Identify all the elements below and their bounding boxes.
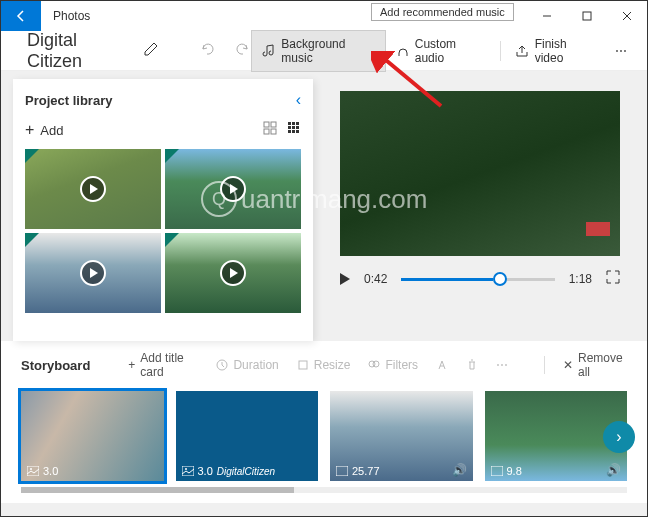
svg-rect-14 bbox=[296, 130, 299, 133]
clock-icon bbox=[216, 359, 228, 371]
text-button[interactable] bbox=[436, 359, 448, 371]
tooltip: Add recommended music bbox=[371, 3, 514, 21]
svg-rect-23 bbox=[336, 466, 348, 476]
video-icon bbox=[336, 466, 348, 476]
more-clip-button[interactable]: ⋯ bbox=[496, 358, 508, 372]
watermark: Quantrimang.com bbox=[201, 181, 427, 217]
svg-rect-9 bbox=[288, 126, 291, 129]
svg-rect-24 bbox=[491, 466, 503, 476]
svg-rect-2 bbox=[264, 122, 269, 127]
svg-point-18 bbox=[373, 361, 379, 367]
video-preview[interactable] bbox=[340, 91, 620, 256]
sound-icon: 🔊 bbox=[606, 463, 621, 477]
pointer-arrow bbox=[371, 51, 451, 111]
horizontal-scrollbar[interactable] bbox=[21, 487, 627, 493]
delete-button[interactable] bbox=[466, 359, 478, 371]
back-button[interactable] bbox=[1, 1, 41, 31]
play-button[interactable] bbox=[340, 273, 350, 285]
filters-button[interactable]: Filters bbox=[368, 358, 418, 372]
library-thumbnail[interactable] bbox=[165, 233, 301, 313]
svg-rect-13 bbox=[292, 130, 295, 133]
video-icon bbox=[491, 466, 503, 476]
image-icon bbox=[182, 466, 194, 476]
storyboard-clip[interactable]: 3.0 DigitalCitizen bbox=[176, 391, 319, 481]
redo-button[interactable] bbox=[235, 41, 251, 61]
music-icon bbox=[262, 44, 275, 58]
svg-rect-8 bbox=[296, 122, 299, 125]
resize-button[interactable]: Resize bbox=[297, 358, 351, 372]
text-icon bbox=[436, 359, 448, 371]
undo-button[interactable] bbox=[199, 41, 215, 61]
storyboard-clip[interactable]: 25.77 🔊 bbox=[330, 391, 473, 481]
svg-rect-12 bbox=[288, 130, 291, 133]
separator bbox=[500, 41, 501, 61]
resize-icon bbox=[297, 359, 309, 371]
svg-rect-3 bbox=[271, 122, 276, 127]
storyboard-title: Storyboard bbox=[21, 358, 90, 373]
more-button[interactable]: ⋯ bbox=[605, 38, 637, 64]
export-icon bbox=[515, 44, 528, 58]
grid-view-small-icon[interactable] bbox=[287, 121, 301, 139]
svg-rect-1 bbox=[583, 12, 591, 20]
svg-rect-4 bbox=[264, 129, 269, 134]
maximize-button[interactable] bbox=[567, 1, 607, 31]
timeline-slider[interactable] bbox=[401, 278, 554, 281]
edit-icon[interactable] bbox=[143, 41, 159, 61]
add-button[interactable]: + Add bbox=[25, 121, 63, 139]
library-title: Project library bbox=[25, 93, 112, 108]
collapse-icon[interactable]: ‹ bbox=[296, 91, 301, 109]
trash-icon bbox=[466, 359, 478, 371]
remove-all-button[interactable]: ✕ Remove all bbox=[563, 351, 627, 379]
storyboard-clip[interactable]: 3.0 bbox=[21, 391, 164, 481]
svg-rect-10 bbox=[292, 126, 295, 129]
svg-rect-11 bbox=[296, 126, 299, 129]
svg-rect-6 bbox=[288, 122, 291, 125]
storyboard: Storyboard +Add title card Duration Resi… bbox=[1, 341, 647, 503]
project-name: Digital Citizen bbox=[27, 30, 131, 72]
minimize-button[interactable] bbox=[527, 1, 567, 31]
svg-point-22 bbox=[185, 468, 187, 470]
grid-view-large-icon[interactable] bbox=[263, 121, 277, 139]
next-arrow-button[interactable]: › bbox=[603, 421, 635, 453]
close-button[interactable] bbox=[607, 1, 647, 31]
svg-rect-7 bbox=[292, 122, 295, 125]
toolbar: Digital Citizen Background music Custom … bbox=[1, 31, 647, 71]
background-music-button[interactable]: Background music bbox=[251, 30, 385, 72]
sound-icon: 🔊 bbox=[452, 463, 467, 477]
svg-point-20 bbox=[30, 468, 32, 470]
current-time: 0:42 bbox=[364, 272, 387, 286]
image-icon bbox=[27, 466, 39, 476]
library-thumbnail[interactable] bbox=[25, 149, 161, 229]
add-title-card-button[interactable]: +Add title card bbox=[128, 351, 198, 379]
fullscreen-icon[interactable] bbox=[606, 270, 620, 288]
svg-rect-5 bbox=[271, 129, 276, 134]
filter-icon bbox=[368, 359, 380, 371]
duration-button[interactable]: Duration bbox=[216, 358, 278, 372]
finish-video-button[interactable]: Finish video bbox=[505, 31, 605, 71]
titlebar: Photos Add recommended music bbox=[1, 1, 647, 31]
duration: 1:18 bbox=[569, 272, 592, 286]
library-thumbnail[interactable] bbox=[25, 233, 161, 313]
svg-rect-16 bbox=[299, 361, 307, 369]
